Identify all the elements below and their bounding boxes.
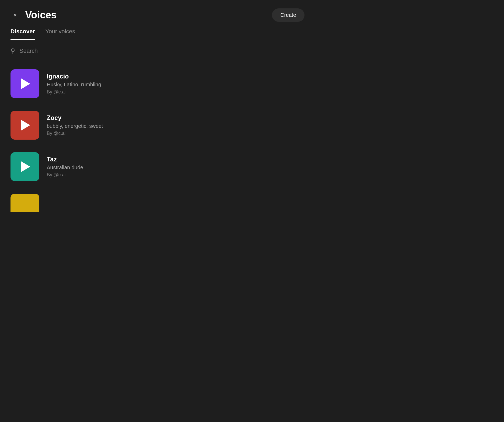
voice-info-ignacio: Ignacio Husky, Latino, rumbling By @c.ai [47,73,101,95]
tab-discover[interactable]: Discover [10,28,35,40]
header-left: × Voices [10,9,57,21]
page-title: Voices [25,9,57,21]
close-button[interactable]: × [10,10,20,20]
voice-author: By @c.ai [47,89,101,95]
voice-thumbnail-ignacio [10,69,39,98]
list-item[interactable]: Ignacio Husky, Latino, rumbling By @c.ai [10,63,304,104]
search-icon: ⚲ [10,47,15,55]
list-item[interactable]: Zoey bubbly, energetic, sweet By @c.ai [10,104,304,146]
voice-author: By @c.ai [47,131,103,136]
voice-info-taz: Taz Australian dude By @c.ai [47,156,83,178]
voice-description: bubbly, energetic, sweet [47,123,103,129]
play-icon [21,161,30,172]
list-item[interactable]: Taz Australian dude By @c.ai [10,146,304,187]
voice-description: Husky, Latino, rumbling [47,82,101,88]
list-item[interactable] [10,187,304,212]
header: × Voices Create [0,0,315,28]
voice-thumbnail-zoey [10,111,39,140]
voice-author: By @c.ai [47,172,83,178]
play-icon [21,78,30,89]
voice-name: Ignacio [47,73,101,80]
voice-description: Australian dude [47,165,83,171]
voice-thumbnail-taz [10,152,39,181]
tab-your-voices[interactable]: Your voices [45,28,75,40]
create-button[interactable]: Create [272,8,304,22]
voice-name: Zoey [47,114,103,122]
voice-thumbnail-partial [10,194,39,212]
search-bar: ⚲ [0,47,315,55]
voice-name: Taz [47,156,83,163]
play-icon [21,120,30,130]
tabs: Discover Your voices [0,28,315,40]
voice-info-zoey: Zoey bubbly, energetic, sweet By @c.ai [47,114,103,136]
voice-list: Ignacio Husky, Latino, rumbling By @c.ai… [0,63,315,212]
search-input[interactable] [19,48,304,54]
